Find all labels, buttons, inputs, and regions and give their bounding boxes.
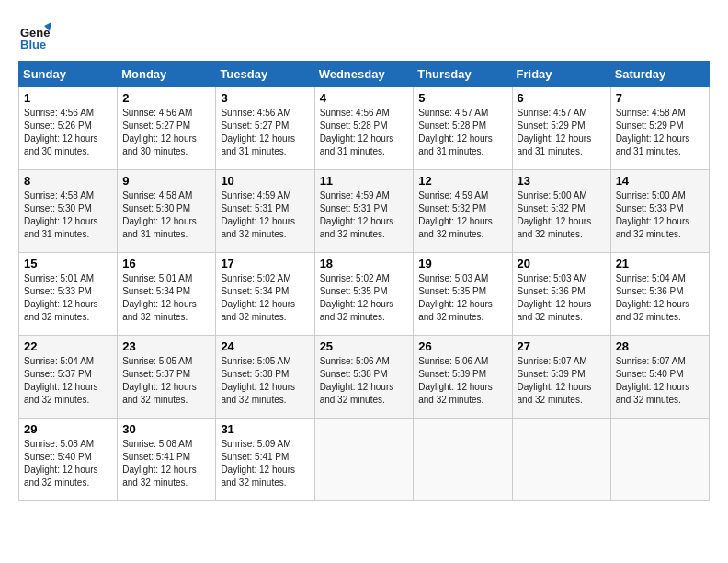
day-info: Sunrise: 5:00 AM Sunset: 5:32 PM Dayligh… (518, 190, 606, 241)
calendar-week-row: 29 Sunrise: 5:08 AM Sunset: 5:40 PM Dayl… (19, 419, 710, 501)
day-number: 25 (320, 339, 409, 353)
calendar-cell: 21 Sunrise: 5:04 AM Sunset: 5:36 PM Dayl… (610, 253, 709, 336)
day-info: Sunrise: 5:04 AM Sunset: 5:36 PM Dayligh… (616, 272, 704, 324)
calendar-cell: 1 Sunrise: 4:56 AM Sunset: 5:26 PM Dayli… (19, 87, 118, 170)
day-info: Sunrise: 5:01 AM Sunset: 5:33 PM Dayligh… (24, 272, 112, 324)
weekday-header: Wednesday (314, 62, 414, 87)
day-number: 18 (320, 257, 409, 270)
logo-icon: General Blue (18, 18, 51, 52)
day-info: Sunrise: 4:57 AM Sunset: 5:29 PM Dayligh… (518, 107, 606, 158)
day-number: 20 (518, 257, 606, 270)
calendar-cell: 4 Sunrise: 4:56 AM Sunset: 5:28 PM Dayli… (314, 87, 414, 170)
day-info: Sunrise: 5:00 AM Sunset: 5:33 PM Dayligh… (616, 190, 704, 241)
calendar-cell: 9 Sunrise: 4:58 AM Sunset: 5:30 PM Dayli… (118, 170, 216, 253)
day-info: Sunrise: 5:04 AM Sunset: 5:37 PM Dayligh… (24, 355, 112, 407)
day-number: 30 (122, 422, 210, 436)
day-info: Sunrise: 4:58 AM Sunset: 5:29 PM Dayligh… (616, 107, 704, 158)
calendar-cell: 20 Sunrise: 5:03 AM Sunset: 5:36 PM Dayl… (512, 253, 610, 336)
day-number: 12 (418, 174, 506, 188)
day-info: Sunrise: 5:02 AM Sunset: 5:35 PM Dayligh… (320, 272, 409, 324)
day-info: Sunrise: 4:59 AM Sunset: 5:31 PM Dayligh… (320, 190, 409, 241)
day-info: Sunrise: 5:03 AM Sunset: 5:36 PM Dayligh… (518, 272, 606, 324)
weekday-header: Sunday (19, 62, 118, 87)
day-info: Sunrise: 4:59 AM Sunset: 5:31 PM Dayligh… (221, 190, 309, 241)
calendar-cell: 30 Sunrise: 5:08 AM Sunset: 5:41 PM Dayl… (118, 419, 216, 501)
day-number: 26 (418, 339, 506, 353)
calendar-header-row: SundayMondayTuesdayWednesdayThursdayFrid… (19, 62, 710, 87)
calendar-cell: 22 Sunrise: 5:04 AM Sunset: 5:37 PM Dayl… (19, 336, 118, 419)
day-number: 21 (616, 257, 704, 270)
day-number: 9 (122, 174, 210, 188)
calendar-cell: 8 Sunrise: 4:58 AM Sunset: 5:30 PM Dayli… (19, 170, 118, 253)
day-info: Sunrise: 5:09 AM Sunset: 5:41 PM Dayligh… (221, 438, 309, 489)
day-number: 5 (418, 91, 506, 105)
day-info: Sunrise: 4:56 AM Sunset: 5:26 PM Dayligh… (24, 107, 112, 158)
calendar-cell: 18 Sunrise: 5:02 AM Sunset: 5:35 PM Dayl… (314, 253, 414, 336)
day-info: Sunrise: 5:01 AM Sunset: 5:34 PM Dayligh… (122, 272, 210, 324)
calendar-cell: 15 Sunrise: 5:01 AM Sunset: 5:33 PM Dayl… (19, 253, 118, 336)
weekday-header: Monday (118, 62, 216, 87)
calendar-cell: 19 Sunrise: 5:03 AM Sunset: 5:35 PM Dayl… (414, 253, 512, 336)
day-number: 3 (221, 91, 309, 105)
day-info: Sunrise: 5:05 AM Sunset: 5:37 PM Dayligh… (122, 355, 210, 407)
day-number: 13 (518, 174, 606, 188)
day-info: Sunrise: 4:58 AM Sunset: 5:30 PM Dayligh… (122, 190, 210, 241)
weekday-header: Thursday (414, 62, 512, 87)
day-number: 27 (518, 339, 606, 353)
weekday-header: Tuesday (216, 62, 314, 87)
day-number: 10 (221, 174, 309, 188)
day-number: 29 (24, 422, 112, 436)
calendar-table: SundayMondayTuesdayWednesdayThursdayFrid… (18, 61, 710, 501)
day-info: Sunrise: 5:06 AM Sunset: 5:38 PM Dayligh… (320, 355, 409, 407)
day-info: Sunrise: 4:59 AM Sunset: 5:32 PM Dayligh… (418, 190, 506, 241)
calendar-cell: 31 Sunrise: 5:09 AM Sunset: 5:41 PM Dayl… (216, 419, 314, 501)
calendar-cell: 5 Sunrise: 4:57 AM Sunset: 5:28 PM Dayli… (414, 87, 512, 170)
day-info: Sunrise: 5:07 AM Sunset: 5:39 PM Dayligh… (518, 355, 606, 407)
day-number: 19 (418, 257, 506, 270)
calendar-cell: 7 Sunrise: 4:58 AM Sunset: 5:29 PM Dayli… (610, 87, 709, 170)
calendar-cell: 3 Sunrise: 4:56 AM Sunset: 5:27 PM Dayli… (216, 87, 314, 170)
day-info: Sunrise: 4:56 AM Sunset: 5:28 PM Dayligh… (320, 107, 409, 158)
day-number: 6 (518, 91, 606, 105)
day-number: 2 (122, 91, 210, 105)
page-header: General Blue (18, 18, 710, 52)
calendar-cell: 11 Sunrise: 4:59 AM Sunset: 5:31 PM Dayl… (314, 170, 414, 253)
calendar-cell: 24 Sunrise: 5:05 AM Sunset: 5:38 PM Dayl… (216, 336, 314, 419)
day-number: 31 (221, 422, 309, 436)
day-number: 17 (221, 257, 309, 270)
day-number: 22 (24, 339, 112, 353)
calendar-cell: 13 Sunrise: 5:00 AM Sunset: 5:32 PM Dayl… (512, 170, 610, 253)
day-info: Sunrise: 5:06 AM Sunset: 5:39 PM Dayligh… (418, 355, 506, 407)
day-number: 1 (24, 91, 112, 105)
calendar-cell: 12 Sunrise: 4:59 AM Sunset: 5:32 PM Dayl… (414, 170, 512, 253)
calendar-cell: 10 Sunrise: 4:59 AM Sunset: 5:31 PM Dayl… (216, 170, 314, 253)
day-info: Sunrise: 5:08 AM Sunset: 5:41 PM Dayligh… (122, 438, 210, 489)
calendar-cell: 16 Sunrise: 5:01 AM Sunset: 5:34 PM Dayl… (118, 253, 216, 336)
weekday-header: Saturday (610, 62, 709, 87)
day-number: 4 (320, 91, 409, 105)
calendar-week-row: 15 Sunrise: 5:01 AM Sunset: 5:33 PM Dayl… (19, 253, 710, 336)
calendar-cell (314, 419, 414, 501)
calendar-cell (512, 419, 610, 501)
calendar-cell: 29 Sunrise: 5:08 AM Sunset: 5:40 PM Dayl… (19, 419, 118, 501)
day-number: 28 (616, 339, 704, 353)
day-number: 11 (320, 174, 409, 188)
weekday-header: Friday (512, 62, 610, 87)
calendar-week-row: 1 Sunrise: 4:56 AM Sunset: 5:26 PM Dayli… (19, 87, 710, 170)
day-number: 8 (24, 174, 112, 188)
calendar-cell: 25 Sunrise: 5:06 AM Sunset: 5:38 PM Dayl… (314, 336, 414, 419)
day-number: 16 (122, 257, 210, 270)
day-info: Sunrise: 5:03 AM Sunset: 5:35 PM Dayligh… (418, 272, 506, 324)
calendar-cell (610, 419, 709, 501)
day-info: Sunrise: 4:57 AM Sunset: 5:28 PM Dayligh… (418, 107, 506, 158)
day-info: Sunrise: 4:56 AM Sunset: 5:27 PM Dayligh… (122, 107, 210, 158)
calendar-cell: 6 Sunrise: 4:57 AM Sunset: 5:29 PM Dayli… (512, 87, 610, 170)
calendar-week-row: 8 Sunrise: 4:58 AM Sunset: 5:30 PM Dayli… (19, 170, 710, 253)
calendar-week-row: 22 Sunrise: 5:04 AM Sunset: 5:37 PM Dayl… (19, 336, 710, 419)
day-info: Sunrise: 4:58 AM Sunset: 5:30 PM Dayligh… (24, 190, 112, 241)
day-info: Sunrise: 5:08 AM Sunset: 5:40 PM Dayligh… (24, 438, 112, 489)
day-number: 7 (616, 91, 704, 105)
day-number: 15 (24, 257, 112, 270)
svg-text:Blue: Blue (20, 38, 46, 52)
day-info: Sunrise: 5:07 AM Sunset: 5:40 PM Dayligh… (616, 355, 704, 407)
